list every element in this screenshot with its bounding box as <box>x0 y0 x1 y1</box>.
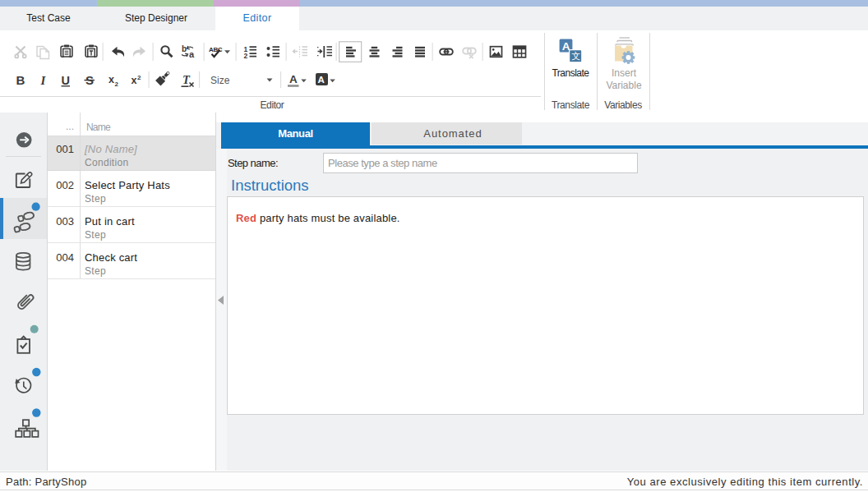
svg-text:b: b <box>182 44 187 53</box>
svg-text:x: x <box>108 74 114 85</box>
svg-text:Size: Size <box>210 75 230 86</box>
svg-text:U: U <box>62 74 70 87</box>
svg-text:x: x <box>132 75 137 86</box>
svg-text:B: B <box>16 73 25 87</box>
svg-text:A: A <box>318 75 325 85</box>
svg-text:I: I <box>40 74 47 87</box>
svg-text:ABC: ABC <box>209 46 223 53</box>
svg-text:2: 2 <box>115 80 119 88</box>
svg-text:2: 2 <box>244 52 248 60</box>
svg-text:a: a <box>189 49 195 59</box>
svg-text:T: T <box>182 73 191 86</box>
svg-text:A: A <box>289 73 298 85</box>
svg-text:2: 2 <box>137 74 141 81</box>
svg-text:文: 文 <box>571 51 580 61</box>
